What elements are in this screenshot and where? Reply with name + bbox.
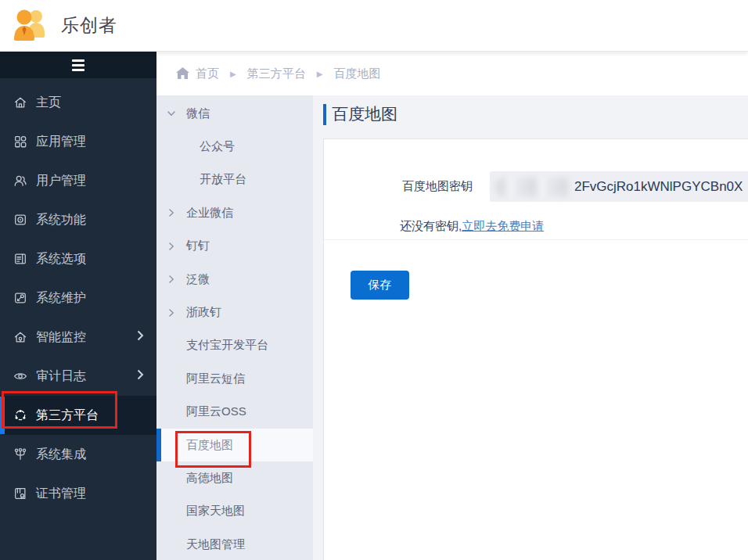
submenu-item-tianditu[interactable]: 国家天地图 [156,495,313,528]
breadcrumb-item-third-party[interactable]: 第三方平台 [247,66,306,81]
page-title-row: 百度地图 [323,103,397,125]
panel-divider [324,239,748,240]
apply-key-link[interactable]: 立即去免费申请 [462,219,544,232]
breadcrumb-separator-icon: ▶ [230,70,236,78]
submenu-item-label: 微信 [186,106,210,121]
apps-icon [13,135,27,149]
sidebar-collapse-bar [0,52,156,78]
chevron-right-icon [167,308,176,318]
submenu-item-wechat[interactable]: 微信 [156,97,313,130]
sidebar-item-smart-monitor[interactable]: 智能监控 [0,318,156,357]
submenu-item-alipay-dev[interactable]: 支付宝开发平台 [156,329,313,362]
form-panel: 百度地图密钥 2FvGcjRo1kWNlPGYCBn0X 还没有密钥,立即去免费… [323,138,748,560]
home-icon [176,67,196,80]
smart-monitor-icon [13,330,27,344]
submenu-item-label: 阿里云OSS [186,404,246,419]
breadcrumb: 首页 ▶ 第三方平台 ▶ 百度地图 [156,52,748,95]
submenu-item-label: 企业微信 [186,206,233,221]
system-functions-icon [13,213,27,227]
submenu-item-wecom[interactable]: 企业微信 [156,196,313,229]
submenu-item-label: 阿里云短信 [186,372,245,386]
sidebar-item-third-party[interactable]: 第三方平台 [0,396,156,435]
submenu-item-label: 开放平台 [200,172,246,187]
title-accent-bar [323,104,326,125]
submenu-item-open-platform[interactable]: 开放平台 [156,163,313,196]
submenu-item-dingtalk[interactable]: 钉钉 [156,230,313,263]
app-title: 乐创者 [61,13,117,38]
breadcrumb-item-home[interactable]: 首页 [196,66,219,81]
primary-sidebar: 主页 应用管理 用户管理 系统功能 系统选项 [0,52,156,560]
submenu-item-amap[interactable]: 高德地图 [156,461,313,494]
key-input[interactable]: 2FvGcjRo1kWNlPGYCBn0X [490,171,748,202]
sidebar-item-apps[interactable]: 应用管理 [0,122,156,161]
logo-icon [11,6,50,45]
submenu-item-label: 支付宝开发平台 [186,338,268,353]
sidebar-item-system-options[interactable]: 系统选项 [0,239,156,278]
sidebar-item-label: 系统选项 [36,251,86,267]
page-title: 百度地图 [332,103,397,125]
sidebar-item-certificates[interactable]: 证书管理 [0,474,156,513]
sidebar-item-label: 用户管理 [36,173,86,189]
chevron-right-icon [167,208,176,217]
sidebar-item-label: 证书管理 [36,486,86,502]
submenu-item-baidu-map[interactable]: 百度地图 [156,429,313,461]
chevron-right-icon [167,242,176,251]
sidebar-item-label: 应用管理 [36,134,86,150]
primary-nav: 主页 应用管理 用户管理 系统功能 系统选项 [0,78,156,513]
collapse-menu-icon[interactable] [72,59,85,71]
key-value: 2FvGcjRo1kWNlPGYCBn0X [574,179,743,195]
redacted-key-blur [495,178,572,196]
submenu-item-label: 国家天地图 [186,504,245,519]
sidebar-item-system-maintenance[interactable]: 系统维护 [0,278,156,318]
sidebar-item-integration[interactable]: 系统集成 [0,435,156,474]
submenu-item-fanwei[interactable]: 泛微 [156,263,313,296]
sidebar-item-label: 系统集成 [36,447,86,463]
sidebar-item-label: 审计日志 [36,368,86,385]
users-icon [13,174,27,188]
no-key-text: 还没有密钥, [400,219,462,232]
chevron-down-icon [167,109,176,118]
sidebar-item-system-functions[interactable]: 系统功能 [0,200,156,239]
third-party-icon [13,408,27,422]
submenu-item-aliyun-oss[interactable]: 阿里云OSS [156,396,313,429]
sidebar-item-label: 智能监控 [36,329,86,346]
chevron-right-icon [137,369,144,383]
submenu-item-label: 高德地图 [186,471,233,486]
submenu-item-official-account[interactable]: 公众号 [156,130,313,163]
sidebar-item-home[interactable]: 主页 [0,83,156,122]
submenu-item-label: 公众号 [200,139,235,154]
system-maintenance-icon [13,291,27,305]
submenu-item-label: 浙政钉 [186,305,221,320]
submenu-item-label: 天地图管理 [186,537,245,552]
secondary-sidebar: 微信 公众号 开放平台 企业微信 钉钉 泛微 浙政钉 支付宝开发平台 阿里云短信 [156,95,313,560]
key-hint-row: 还没有密钥,立即去免费申请 [400,218,544,234]
sidebar-item-label: 系统功能 [36,212,86,228]
app-header: 乐创者 [0,0,748,52]
save-button[interactable]: 保存 [351,271,409,300]
sidebar-item-audit-log[interactable]: 审计日志 [0,357,156,396]
breadcrumb-separator-icon: ▶ [317,70,323,78]
sidebar-item-users[interactable]: 用户管理 [0,161,156,200]
breadcrumb-item-current: 百度地图 [333,66,380,81]
submenu-item-aliyun-sms[interactable]: 阿里云短信 [156,362,313,395]
home-icon [13,95,27,109]
system-options-icon [13,252,27,266]
submenu-item-zhezhengding[interactable]: 浙政钉 [156,296,313,328]
submenu-item-label: 百度地图 [186,438,233,453]
sidebar-item-label: 系统维护 [36,290,86,307]
submenu-item-tianditu-manage[interactable]: 天地图管理 [156,528,313,560]
chevron-right-icon [167,275,176,284]
sidebar-item-label: 第三方平台 [36,407,99,424]
submenu-item-label: 钉钉 [186,239,210,253]
integration-icon [13,447,27,461]
chevron-right-icon [137,330,144,344]
submenu-item-label: 泛微 [186,272,210,287]
main-content: 百度地图 百度地图密钥 2FvGcjRo1kWNlPGYCBn0X 还没有密钥,… [313,95,748,560]
sidebar-item-label: 主页 [36,95,61,111]
audit-log-icon [13,369,27,383]
key-label: 百度地图密钥 [324,178,473,194]
certificate-icon [13,486,27,501]
